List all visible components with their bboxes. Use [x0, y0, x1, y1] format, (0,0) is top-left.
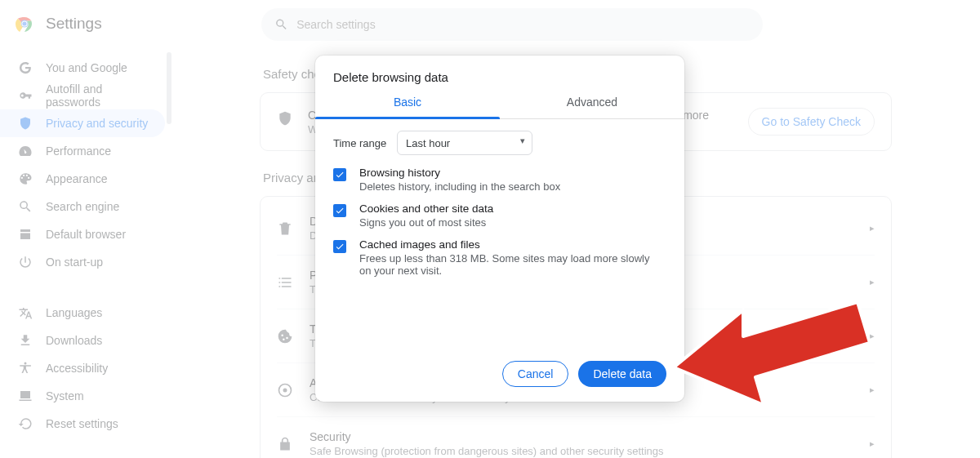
- check-icon: [335, 170, 345, 180]
- time-range-label: Time range: [333, 137, 397, 149]
- check-icon: [335, 206, 345, 216]
- tab-basic[interactable]: Basic: [315, 96, 500, 118]
- checkbox-cached[interactable]: [333, 240, 346, 253]
- checkbox-cookies[interactable]: [333, 204, 346, 217]
- option-title: Cookies and other site data: [359, 202, 493, 215]
- delete-browsing-data-dialog: Delete browsing data Basic Advanced Time…: [315, 56, 684, 402]
- check-icon: [335, 242, 345, 251]
- option-browsing-history[interactable]: Browsing history Deletes history, includ…: [333, 167, 666, 193]
- option-subtitle: Frees up less than 318 MB. Some sites ma…: [359, 252, 653, 277]
- option-subtitle: Signs you out of most sites: [359, 216, 493, 229]
- tab-advanced[interactable]: Advanced: [500, 96, 684, 118]
- checkbox-browsing-history[interactable]: [333, 168, 346, 181]
- delete-data-button[interactable]: Delete data: [578, 361, 666, 387]
- option-title: Browsing history: [359, 167, 560, 179]
- dialog-title: Delete browsing data: [315, 56, 684, 96]
- cancel-button[interactable]: Cancel: [502, 361, 569, 387]
- option-title: Cached images and files: [359, 238, 653, 251]
- option-subtitle: Deletes history, including in the search…: [359, 180, 560, 193]
- option-cookies[interactable]: Cookies and other site data Signs you ou…: [333, 202, 666, 229]
- time-range-select[interactable]: Last hour: [397, 131, 532, 155]
- option-cached[interactable]: Cached images and files Frees up less th…: [333, 238, 666, 277]
- dialog-tabs: Basic Advanced: [315, 96, 684, 119]
